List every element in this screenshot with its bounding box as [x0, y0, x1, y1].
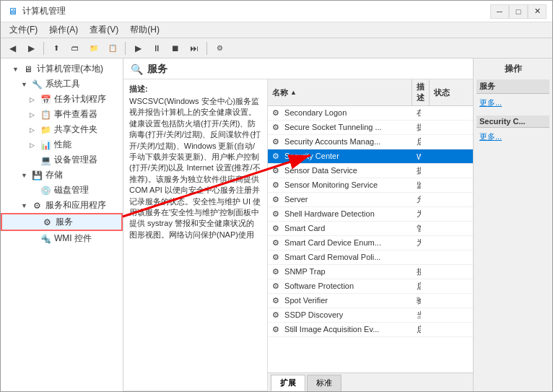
service-row-smart-card-removal[interactable]: ⚙ Smart Card Removal Poli... — [268, 251, 473, 265]
service-row-security-center[interactable]: ⚙ Security Center WSC... — [268, 149, 473, 164]
sort-icon: ▲ — [290, 89, 297, 96]
service-row-snmp[interactable]: ⚙ SNMP Trap 接收... — [268, 265, 473, 279]
sidebar-services[interactable]: ⚙ 服务 — [1, 213, 123, 231]
service-row-ssdp[interactable]: ⚙ SSDP Discovery 当发... — [268, 308, 473, 323]
service-row-secondary-logon[interactable]: ⚙ Secondary Logon 在不... — [268, 106, 473, 121]
sidebar-disk-mgmt[interactable]: 💿 磁盘管理 — [1, 183, 123, 198]
service-row-still-image[interactable]: ⚙ Still Image Acquisition Ev... 启动... — [268, 323, 473, 337]
sidebar-shared-folders[interactable]: ▷ 📁 共享文件夹 — [1, 122, 123, 137]
services-apps-label: 服务和应用程序 — [45, 199, 106, 212]
play-button[interactable]: ▶ — [129, 40, 147, 56]
security-more-link[interactable]: 更多... — [476, 130, 549, 144]
sidebar-root[interactable]: ▼ 🖥 计算机管理(本地) — [1, 61, 123, 77]
system-tools-label: 系统工具 — [45, 78, 80, 90]
service-row-shell-hardware[interactable]: ⚙ Shell Hardware Detection 为自... — [268, 207, 473, 222]
description-content: WSCSVC(Windows 安全中心)服务监视并报告计算机上的安全健康设置。健… — [129, 96, 261, 240]
forward-button[interactable]: ▶ — [22, 40, 40, 56]
menu-help[interactable]: 帮助(H) — [124, 22, 165, 38]
services-more-link[interactable]: 更多... — [476, 96, 549, 110]
service-row-sensor-monitoring[interactable]: ⚙ Sensor Monitoring Service 监视... — [268, 178, 473, 193]
svc-status-7 — [421, 213, 471, 216]
disk-label: 磁盘管理 — [54, 184, 89, 196]
tab-expand[interactable]: 扩展 — [271, 375, 305, 391]
service-row-smart-card-device[interactable]: ⚙ Smart Card Device Enum... 为给... — [268, 236, 473, 251]
col-header-name[interactable]: 名称 ▲ — [268, 79, 412, 105]
disk-icon: 💿 — [40, 185, 51, 196]
svc-name-9: ⚙ Smart Card Device Enum... — [268, 237, 412, 249]
details-button[interactable]: 📋 — [104, 40, 121, 56]
task-icon: 📅 — [40, 94, 51, 105]
col-header-desc[interactable]: 描述 — [412, 79, 430, 105]
right-panel-title: 操作 — [476, 63, 549, 75]
svc-status-13 — [421, 300, 471, 302]
root-label: 计算机管理(本地) — [37, 63, 103, 75]
svc-desc-14: 当发... — [412, 308, 421, 322]
svc-name-8: ⚙ Smart Card — [268, 222, 412, 235]
svc-status-5 — [421, 184, 471, 187]
service-row-secure-socket[interactable]: ⚙ Secure Socket Tunneling ... 提供... — [268, 121, 473, 135]
service-row-server[interactable]: ⚙ Server 允许... — [268, 193, 473, 207]
maximize-button[interactable]: □ — [509, 4, 528, 19]
pause-button[interactable]: ⏸ — [148, 40, 165, 56]
sidebar-performance[interactable]: ▷ 📊 性能 — [1, 137, 123, 152]
title-bar: 🖥 计算机管理 ─ □ ✕ — [1, 1, 552, 22]
minimize-button[interactable]: ─ — [490, 4, 509, 19]
sidebar-event-viewer[interactable]: ▷ 📋 事件查看器 — [1, 107, 123, 122]
restart-button[interactable]: ⏭ — [186, 40, 203, 56]
properties-button[interactable]: ⚙ — [211, 40, 228, 56]
wmi-expand-icon — [30, 235, 37, 243]
back-button[interactable]: ◀ — [4, 40, 21, 56]
panel-header: 🔍 服务 — [123, 58, 473, 79]
show-hide-button[interactable]: 🗃 — [66, 40, 84, 56]
device-label: 设备管理器 — [54, 154, 97, 166]
storage-expand-icon: ▼ — [21, 172, 28, 179]
menu-view[interactable]: 查看(V) — [84, 22, 124, 38]
toolbar-sep-3 — [206, 42, 207, 55]
svc-name-5: ⚙ Sensor Monitoring Service — [268, 179, 412, 191]
menu-file[interactable]: 文件(F) — [4, 22, 43, 38]
close-button[interactable]: ✕ — [528, 4, 547, 19]
stop-button[interactable]: ⏹ — [167, 40, 184, 56]
root-icon: 🖥 — [22, 64, 34, 75]
svc-desc-7: 为自... — [412, 207, 421, 221]
window-controls: ─ □ ✕ — [490, 4, 547, 19]
col-header-status[interactable]: 状态 — [430, 79, 473, 105]
folder-button[interactable]: 📁 — [85, 40, 103, 56]
sidebar-device-manager[interactable]: 💻 设备管理器 — [1, 152, 123, 167]
sidebar-wmi[interactable]: 🔩 WMI 控件 — [1, 231, 123, 246]
sidebar-task-scheduler[interactable]: ▷ 📅 任务计划程序 — [1, 92, 123, 107]
action-group-services: 服务 更多... — [476, 79, 549, 110]
svc-name-11: ⚙ SNMP Trap — [268, 266, 412, 278]
window-title: 计算机管理 — [22, 5, 66, 17]
main-content: ▼ 🖥 计算机管理(本地) ▼ 🔧 系统工具 ▷ 📅 任务计划程序 ▷ 📋 事件… — [1, 58, 552, 391]
wmi-label: WMI 控件 — [54, 232, 92, 245]
right-panel: 操作 服务 更多... Security C... 更多... — [473, 58, 552, 391]
menu-action[interactable]: 操作(A) — [43, 22, 84, 38]
service-row-smart-card[interactable]: ⚙ Smart Card 管理... — [268, 222, 473, 236]
action-group-security-title: Security C... — [476, 116, 549, 128]
service-row-software-protection[interactable]: ⚙ Software Protection 启用... — [268, 279, 473, 294]
toolbar-sep-2 — [125, 42, 126, 55]
service-row-security-accounts[interactable]: ⚙ Security Accounts Manag... 启动... — [268, 135, 473, 149]
svc-desc-0: 在不... — [412, 106, 421, 120]
svc-name-13: ⚙ Spot Verifier — [268, 295, 412, 307]
service-row-sensor-data[interactable]: ⚙ Sensor Data Service 提供... — [268, 164, 473, 178]
svc-name-12: ⚙ Software Protection — [268, 280, 412, 292]
svc-desc-8: 管理... — [412, 222, 421, 235]
sidebar-services-apps[interactable]: ▼ ⚙ 服务和应用程序 — [1, 198, 123, 213]
svc-status-15 — [421, 328, 471, 331]
sidebar-system-tools[interactable]: ▼ 🔧 系统工具 — [1, 77, 123, 92]
event-icon: 📋 — [40, 109, 51, 121]
svc-status-12 — [421, 285, 471, 288]
description-label: 描述: — [129, 84, 261, 95]
shared-icon: 📁 — [40, 124, 51, 136]
sidebar-storage[interactable]: ▼ 💾 存储 — [1, 167, 123, 183]
title-bar-left: 🖥 计算机管理 — [6, 5, 66, 17]
svc-status-1 — [421, 126, 471, 129]
tab-standard[interactable]: 标准 — [307, 375, 341, 391]
svc-status-6 — [421, 199, 471, 201]
svc-status-10 — [421, 256, 471, 259]
up-button[interactable]: ⬆ — [48, 40, 65, 56]
service-row-spot-verifier[interactable]: ⚙ Spot Verifier 验证... — [268, 294, 473, 308]
storage-label: 存储 — [45, 169, 63, 181]
